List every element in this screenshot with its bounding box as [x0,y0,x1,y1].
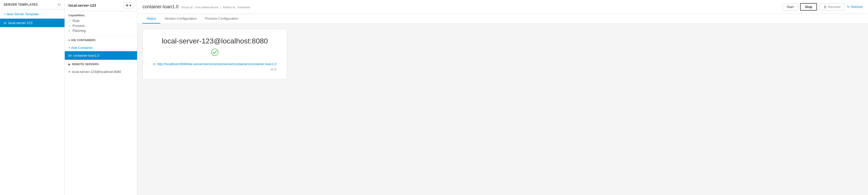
sidebar-item-local-server-123[interactable]: 🗁 local-server-123 [0,18,64,27]
sidebar-header: SERVER TEMPLATES ↻ [0,0,64,9]
group-id-label: Group Id: [181,6,193,9]
status-ok-icon [153,48,276,58]
remote-servers-header[interactable]: ▶ REMOTE SERVERS [65,60,137,68]
add-container-button[interactable]: + Add Container [65,44,137,51]
check-icon-rule: ✓ [68,19,71,23]
capability-rule: ✓ Rule [68,18,133,23]
refresh-icon: ↻ [847,5,850,9]
remove-button[interactable]: 🗑 Remove [819,3,845,10]
remote-server-name: local-server-123@localhost:8080 [72,70,121,74]
main-content: container-loan1.0 Group Id: com.redhat.d… [137,0,868,195]
kie-containers-title: KIE CONTAINERS [71,39,95,42]
group-id-value: com.redhat.demos [195,6,218,9]
sidebar-title: SERVER TEMPLATES [4,3,38,6]
remove-icon: 🗑 [824,5,827,9]
artifact-id-label: Artifact Id: [223,6,236,9]
version-label: v1.0 [153,68,276,71]
container-loan1-item[interactable]: 🗁 container-loan1.0 [65,51,137,60]
container-title: container-loan1.0 [143,4,179,9]
check-icon-planning: ✓ [68,29,71,33]
container-name: container-loan1.0 [73,53,99,57]
tab-version-config[interactable]: Version Configuration [160,14,201,24]
server-url-link[interactable]: http://localhost:8080/kie-server/service… [157,62,276,66]
server-link-row: ⧉ http://localhost:8080/kie-server/servi… [153,62,276,66]
chevron-down-icon-kie: ▾ [68,39,70,42]
check-icon-process: ✓ [68,24,71,28]
sidebar: SERVER TEMPLATES ↻ + New Server Template… [0,0,65,195]
middle-server-name: local-server-123 [68,3,96,7]
tab-process-config[interactable]: Process Configuration [201,14,242,24]
server-display-name: local-server-123@localhost:8080 [153,37,276,45]
main-title-area: container-loan1.0 Group Id: com.redhat.d… [143,4,251,9]
refresh-button[interactable]: ↻ Refresh [847,5,863,9]
header-actions: Start Stop 🗑 Remove ↻ Refresh [782,3,863,11]
artifact-id-value: loandemo [238,6,250,9]
container-folder-icon: 🗁 [68,53,72,57]
refresh-label: Refresh [851,5,863,9]
gear-icon: ⚙ [126,4,128,7]
container-meta: Group Id: com.redhat.demos | Artifact Id… [181,6,251,9]
new-server-template-button[interactable]: + New Server Template [0,9,64,18]
remote-servers-title: REMOTE SERVERS [72,63,99,66]
status-card: local-server-123@localhost:8080 ⧉ http:/… [143,29,287,79]
remote-servers-section: ▶ REMOTE SERVERS ≡ local-server-123@loca… [65,60,137,75]
content-area: local-server-123@localhost:8080 ⧉ http:/… [137,24,868,195]
remote-server-icon: ≡ [68,70,70,74]
capabilities-title: Capabilities: [68,14,133,17]
gear-settings-button[interactable]: ⚙ ▾ [123,3,133,8]
capability-process-label: Process [72,24,85,28]
capabilities-section: Capabilities: ✓ Rule ✓ Process ✓ Plannin… [65,11,137,36]
meta-separator: | [220,6,221,9]
remote-server-item: ≡ local-server-123@localhost:8080 [65,68,137,75]
kie-containers-section: ▾ KIE CONTAINERS + Add Container 🗁 conta… [65,36,137,60]
folder-icon: 🗁 [4,21,7,25]
middle-panel: local-server-123 ⚙ ▾ Capabilities: ✓ Rul… [65,0,137,195]
chevron-right-icon-remote: ▶ [68,63,70,66]
capability-planning-label: Planning [72,29,86,33]
svg-point-0 [211,49,218,55]
middle-panel-header: local-server-123 ⚙ ▾ [65,0,137,11]
stop-button[interactable]: Stop [800,3,817,11]
start-button[interactable]: Start [782,3,798,10]
main-header: container-loan1.0 Group Id: com.redhat.d… [137,0,868,14]
copy-icon[interactable]: ⧉ [153,62,155,66]
chevron-down-icon: ▾ [129,4,131,7]
remove-label: Remove [828,5,840,9]
sidebar-server-name: local-server-123 [8,21,32,25]
capability-process: ✓ Process [68,23,133,28]
sidebar-refresh-icon[interactable]: ↻ [58,3,61,7]
capability-planning: ✓ Planning [68,28,133,33]
capability-rule-label: Rule [72,19,80,23]
kie-containers-header[interactable]: ▾ KIE CONTAINERS [65,36,137,44]
tab-status[interactable]: Status [143,14,160,24]
tabs-bar: Status Version Configuration Process Con… [137,14,868,24]
